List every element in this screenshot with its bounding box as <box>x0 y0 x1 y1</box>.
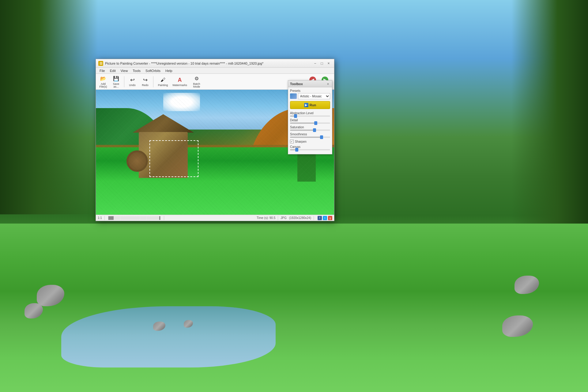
status-sep-3 <box>278 216 278 220</box>
format-label: JPG <box>281 216 286 220</box>
saturation-track[interactable] <box>290 130 330 131</box>
time-label: Time (s): 90.5 <box>257 216 275 220</box>
presets-label: Presets <box>290 89 330 92</box>
watermarks-button[interactable]: A Watermarks <box>171 75 188 89</box>
redo-button[interactable]: ↪ Redo <box>139 75 151 89</box>
menu-softorbits[interactable]: SoftOrbits <box>143 68 163 73</box>
undo-label: Undo <box>129 84 136 87</box>
menu-help[interactable]: Help <box>163 68 175 73</box>
undo-icon: ↩ <box>129 77 136 83</box>
toolbox-header: Toolbox × <box>288 81 332 87</box>
detail-thumb[interactable] <box>314 121 317 125</box>
watermarks-label: Watermarks <box>172 84 187 87</box>
smoothness-track[interactable] <box>290 137 330 138</box>
smoothness-label: Smoothness <box>290 133 330 136</box>
mill-wheel <box>126 150 148 172</box>
batch-mode-button[interactable]: ⚙ BatchMode <box>189 75 204 89</box>
facebook-icon[interactable]: f <box>318 216 322 220</box>
batch-mode-label: BatchMode <box>193 83 200 88</box>
save-as-label: Saveas... <box>113 83 119 88</box>
run-icon: ▶ <box>304 103 308 107</box>
status-sep-2 <box>164 216 164 220</box>
mill-roof <box>133 114 194 133</box>
abstraction-thumb[interactable] <box>294 114 297 118</box>
grass-ground-decoration <box>0 224 588 392</box>
abstraction-slider-group: Abstraction Level <box>290 111 330 117</box>
smoothness-thumb[interactable] <box>320 135 323 139</box>
menu-tools[interactable]: Tools <box>130 68 143 73</box>
presets-select[interactable]: Artistic - Mosaic Oil Painting Watercolo… <box>298 93 330 99</box>
presets-icon <box>290 93 297 99</box>
tree-right-decoration <box>511 0 588 245</box>
stream-decoration <box>61 306 276 368</box>
sharpen-row: Sharpen <box>290 140 330 143</box>
run-button[interactable]: ▶ Run <box>290 101 330 109</box>
detail-fill <box>290 123 316 124</box>
batch-mode-icon: ⚙ <box>193 75 200 82</box>
zoom-level: 1:1 <box>98 216 102 220</box>
toolbox-close-button[interactable]: × <box>326 82 330 86</box>
close-button[interactable]: × <box>326 61 332 66</box>
redo-icon: ↪ <box>142 77 149 83</box>
menu-file[interactable]: File <box>97 68 107 73</box>
toolbox-title: Toolbox <box>290 82 303 86</box>
sharpen-checkbox[interactable] <box>290 140 294 143</box>
title-bar: 🖼 Picture to Painting Converter - ****Un… <box>96 59 334 68</box>
painting-icon: 🖌 <box>160 77 166 83</box>
canvas-track[interactable] <box>290 149 330 150</box>
add-files-button[interactable]: 📂 AddFile(s) <box>97 75 109 89</box>
zoom-slider-label: ▐██░░░░░░░░░░░░░░░░░░░░░▌ <box>107 216 161 220</box>
cloud <box>163 93 200 111</box>
smoothness-fill <box>290 137 322 138</box>
tree-left-decoration <box>0 0 98 214</box>
status-sep-1 <box>104 216 105 220</box>
detail-slider-group: Detail <box>290 119 330 124</box>
detail-track[interactable] <box>290 123 330 124</box>
minimize-button[interactable]: − <box>312 61 318 66</box>
redo-label: Redo <box>142 84 149 87</box>
saturation-fill <box>290 130 315 131</box>
mill-building <box>133 117 200 178</box>
toolbox-panel: Toolbox × Presets Artistic - Mosaic Oil … <box>288 80 332 154</box>
abstraction-track[interactable] <box>290 115 330 117</box>
save-as-button[interactable]: 💾 Saveas... <box>110 75 122 89</box>
toolbar-separator-1 <box>124 76 124 87</box>
smoothness-slider-group: Smoothness <box>290 133 330 138</box>
canvas-slider-group: Canvas <box>290 145 330 150</box>
window-title: Picture to Painting Converter - ****Unre… <box>105 62 312 65</box>
toolbox-body: Presets Artistic - Mosaic Oil Painting W… <box>288 87 332 154</box>
undo-button[interactable]: ↩ Undo <box>126 75 138 89</box>
add-files-icon: 📂 <box>100 75 107 82</box>
status-sep-4 <box>314 216 314 220</box>
watermarks-icon: A <box>176 77 183 83</box>
status-bar: 1:1 ▐██░░░░░░░░░░░░░░░░░░░░░▌ Time (s): … <box>96 215 334 221</box>
detail-label: Detail <box>290 119 330 122</box>
status-social-icons: f t g <box>318 216 332 220</box>
canvas-thumb[interactable] <box>295 148 298 152</box>
toolbar-separator-2 <box>153 76 153 87</box>
add-files-label: AddFile(s) <box>100 83 107 88</box>
menu-view[interactable]: View <box>118 68 130 73</box>
window-controls: − □ × <box>312 61 332 66</box>
saturation-thumb[interactable] <box>313 128 316 132</box>
dimensions-label: (1920x1280x24) <box>289 216 311 220</box>
painting-label: Painting <box>158 84 168 87</box>
save-as-icon: 💾 <box>113 75 119 82</box>
app-icon: 🖼 <box>98 61 103 66</box>
saturation-slider-group: Saturation <box>290 126 330 131</box>
maximize-button[interactable]: □ <box>319 61 325 66</box>
painting-button[interactable]: 🖌 Painting <box>155 75 171 89</box>
presets-row: Artistic - Mosaic Oil Painting Watercolo… <box>290 93 330 99</box>
run-label: Run <box>310 103 316 107</box>
menu-bar: File Edit View Tools SoftOrbits Help <box>96 68 334 74</box>
sharpen-label: Sharpen <box>295 140 307 143</box>
twitter-icon[interactable]: t <box>323 216 327 220</box>
menu-edit[interactable]: Edit <box>107 68 118 73</box>
saturation-label: Saturation <box>290 126 330 129</box>
gplus-icon[interactable]: g <box>328 216 332 220</box>
